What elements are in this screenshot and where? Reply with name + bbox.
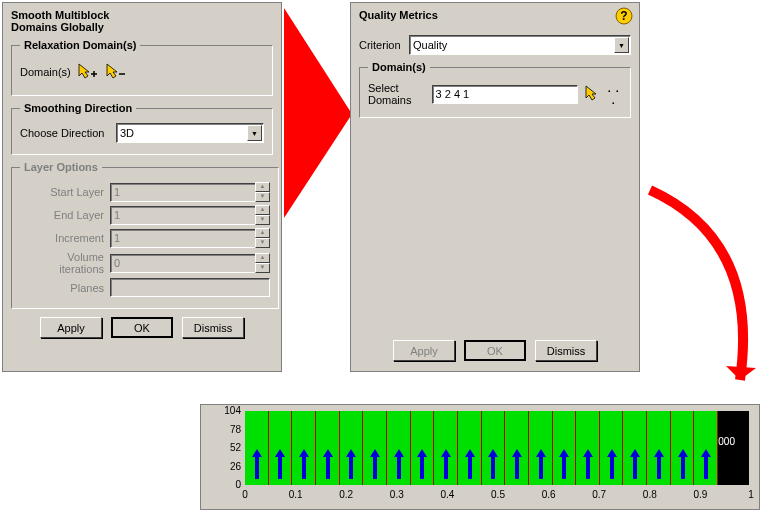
dismiss-button[interactable]: Dismiss <box>182 317 244 338</box>
bar-arrow-icon <box>559 449 569 479</box>
increment-field <box>110 229 256 248</box>
increment-spin: ▲▼ <box>255 228 270 248</box>
dismiss-button[interactable]: Dismiss <box>535 340 597 361</box>
bar-arrow-icon <box>607 449 617 479</box>
direction-select[interactable]: 3D ▼ <box>116 123 264 143</box>
choose-direction-label: Choose Direction <box>20 127 116 139</box>
vol-iter-field <box>110 254 256 273</box>
ok-button[interactable]: OK <box>111 317 173 338</box>
bar-arrow-icon <box>583 449 593 479</box>
x-tick: 0.5 <box>491 489 505 500</box>
flow-arrow-curve-icon <box>640 180 765 410</box>
left-button-row: Apply OK Dismiss <box>11 317 273 338</box>
domains-legend: Domain(s) <box>368 61 430 73</box>
end-layer-label: End Layer <box>20 209 110 221</box>
y-tick: 78 <box>211 424 241 435</box>
apply-button: Apply <box>393 340 455 361</box>
x-tick: 0.6 <box>542 489 556 500</box>
bar-arrow-icon <box>417 449 427 479</box>
smooth-multiblock-panel: Smooth Multiblock Domains Globally Relax… <box>2 2 282 372</box>
bar-arrow-icon <box>441 449 451 479</box>
vol-iter-spin: ▲▼ <box>255 253 270 273</box>
svg-marker-3 <box>107 64 117 78</box>
bar-arrow-icon <box>654 449 664 479</box>
planes-field <box>110 278 270 297</box>
flow-arrow-right-icon <box>280 4 356 224</box>
svg-marker-5 <box>284 8 352 218</box>
y-tick: 52 <box>211 442 241 453</box>
bar-arrow-icon <box>488 449 498 479</box>
select-domains-field[interactable] <box>432 85 578 104</box>
ok-button: OK <box>464 340 526 361</box>
x-tick: 0.7 <box>592 489 606 500</box>
svg-marker-0 <box>79 64 89 78</box>
criterion-select[interactable]: Quality ▼ <box>409 35 631 55</box>
start-layer-field <box>110 183 256 202</box>
panel-title: Smooth Multiblock Domains Globally <box>11 9 273 33</box>
chart-plot-area: Num = 322000 Min = 0 Max = 1 <box>245 411 749 485</box>
chevron-down-icon[interactable]: ▼ <box>614 37 629 53</box>
bar-arrow-icon <box>252 449 262 479</box>
relaxation-legend: Relaxation Domain(s) <box>20 39 140 51</box>
x-tick: 0.1 <box>289 489 303 500</box>
svg-text:?: ? <box>620 9 627 23</box>
x-tick: 0 <box>242 489 248 500</box>
bar-arrow-icon <box>370 449 380 479</box>
x-tick: 0.8 <box>643 489 657 500</box>
bar-arrow-icon <box>275 449 285 479</box>
layer-options-legend: Layer Options <box>20 161 102 173</box>
bar-arrow-icon <box>299 449 309 479</box>
select-domains-label: Select Domains <box>368 82 432 106</box>
bar-arrow-icon <box>394 449 404 479</box>
bar-arrow-icon <box>630 449 640 479</box>
y-tick: 0 <box>211 479 241 490</box>
cursor-remove-icon[interactable] <box>105 62 127 82</box>
end-layer-field <box>110 206 256 225</box>
vol-iter-label: Volume iterations <box>20 251 110 275</box>
bar-arrow-icon <box>346 449 356 479</box>
domains-group: Domain(s) Select Domains . . . <box>359 61 631 118</box>
apply-button[interactable]: Apply <box>40 317 102 338</box>
cursor-pick-icon[interactable] <box>584 84 604 104</box>
start-layer-spin: ▲▼ <box>255 182 270 202</box>
layer-options-group: Layer Options Start Layer ▲▼ End Layer ▲… <box>11 161 279 309</box>
chevron-down-icon[interactable]: ▼ <box>247 125 262 141</box>
svg-marker-9 <box>726 366 756 380</box>
smoothing-legend: Smoothing Direction <box>20 102 136 114</box>
relaxation-domains-group: Relaxation Domain(s) Domain(s) <box>11 39 273 96</box>
planes-label: Planes <box>20 282 110 294</box>
bar-arrow-icon <box>512 449 522 479</box>
x-tick: 0.4 <box>440 489 454 500</box>
x-tick: 0.9 <box>693 489 707 500</box>
bar-arrow-icon <box>465 449 475 479</box>
end-layer-spin: ▲▼ <box>255 205 270 225</box>
histogram-chart: Num = 322000 Min = 0 Max = 1 02652781040… <box>200 404 760 510</box>
svg-marker-8 <box>586 86 596 100</box>
more-button[interactable]: . . . <box>606 82 622 106</box>
right-button-row: Apply OK Dismiss <box>351 340 639 361</box>
cursor-add-icon[interactable] <box>77 62 99 82</box>
help-icon[interactable]: ? <box>615 7 633 27</box>
y-tick: 26 <box>211 461 241 472</box>
panel-title: Quality Metrics <box>359 9 631 21</box>
x-tick: 1 <box>748 489 754 500</box>
y-tick: 104 <box>211 405 241 416</box>
smoothing-direction-group: Smoothing Direction Choose Direction 3D … <box>11 102 273 155</box>
x-tick: 0.2 <box>339 489 353 500</box>
bar-arrow-icon <box>536 449 546 479</box>
x-tick: 0.3 <box>390 489 404 500</box>
criterion-label: Criterion <box>359 39 409 51</box>
bar-arrow-icon <box>323 449 333 479</box>
increment-label: Increment <box>20 232 110 244</box>
domains-label: Domain(s) <box>20 66 71 78</box>
bar-arrow-icon <box>701 449 711 479</box>
bar-arrow-icon <box>678 449 688 479</box>
start-layer-label: Start Layer <box>20 186 110 198</box>
quality-metrics-panel: Quality Metrics ? Criterion Quality ▼ Do… <box>350 2 640 372</box>
